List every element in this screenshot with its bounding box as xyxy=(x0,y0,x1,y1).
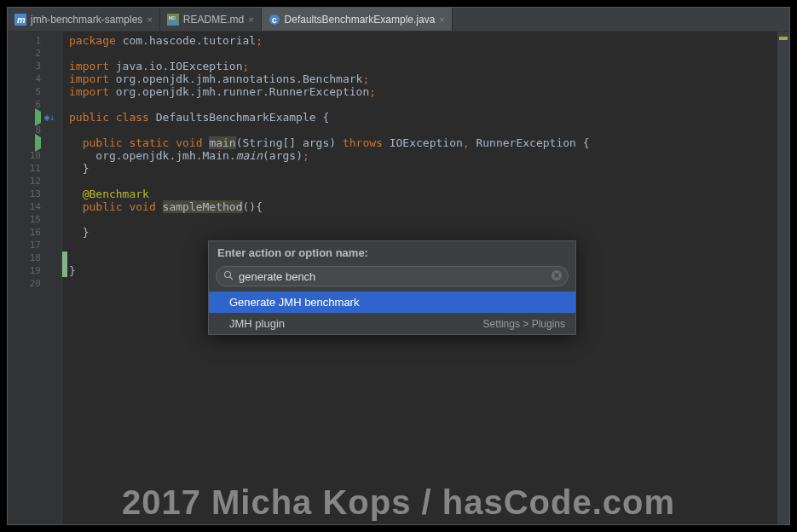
line-number: 20 xyxy=(22,277,41,290)
clear-icon[interactable] xyxy=(551,269,563,284)
tab-label: DefaultsBenchmarkExample.java xyxy=(285,14,436,26)
line-number: 14 xyxy=(22,200,41,213)
action-input-wrap[interactable] xyxy=(216,266,569,286)
editor-scrollbar[interactable] xyxy=(777,32,789,524)
java-class-icon: c xyxy=(269,14,280,26)
result-generate-jmh-benchmark[interactable]: Generate JMH benchmark xyxy=(209,292,575,313)
run-gutter-icon[interactable] xyxy=(35,136,41,149)
line-number: 19 xyxy=(22,264,41,277)
popup-title: Enter action or option name: xyxy=(209,241,575,263)
line-number: 10 xyxy=(22,149,41,162)
svg-point-7 xyxy=(225,271,231,277)
line-number: 18 xyxy=(22,252,41,264)
run-gutter-icon[interactable] xyxy=(35,111,41,124)
line-number: 16 xyxy=(22,226,41,239)
close-icon[interactable]: × xyxy=(439,14,444,25)
markdown-icon: MD xyxy=(167,14,179,26)
tab-defaults-benchmark-example[interactable]: c DefaultsBenchmarkExample.java × xyxy=(262,8,453,31)
action-results-list: Generate JMH benchmark JMH plugin Settin… xyxy=(209,292,575,334)
tab-bar: m jmh-benchmark-samples × MD README.md ×… xyxy=(8,8,789,32)
line-number: 13 xyxy=(22,188,41,200)
result-label: JMH plugin xyxy=(229,317,285,330)
svg-text:m: m xyxy=(17,14,26,25)
result-label: Generate JMH benchmark xyxy=(229,296,359,309)
tab-label: jmh-benchmark-samples xyxy=(31,14,142,26)
tab-readme[interactable]: MD README.md × xyxy=(160,8,262,31)
line-number: 12 xyxy=(22,175,41,188)
change-marker xyxy=(62,252,67,277)
search-icon xyxy=(223,270,234,283)
line-number: 4 xyxy=(22,72,41,85)
action-search-input[interactable] xyxy=(239,270,546,283)
tab-label: README.md xyxy=(183,14,244,26)
svg-line-8 xyxy=(230,277,233,280)
line-number: 5 xyxy=(22,85,41,98)
implements-gutter-icon[interactable]: ◉↓ xyxy=(44,111,55,124)
result-jmh-plugin[interactable]: JMH plugin Settings > Plugins xyxy=(209,313,575,334)
line-number: 2 xyxy=(22,47,41,60)
line-number: 15 xyxy=(22,213,41,226)
svg-text:MD: MD xyxy=(169,15,176,20)
line-number: 17 xyxy=(22,239,41,252)
result-hint: Settings > Plugins xyxy=(483,318,565,330)
line-number: 1 xyxy=(22,34,41,47)
svg-rect-3 xyxy=(169,20,177,25)
warning-stripe[interactable] xyxy=(779,37,788,40)
action-search-popup: Enter action or option name: Generate JM… xyxy=(208,240,576,335)
line-number: 3 xyxy=(22,60,41,72)
close-icon[interactable]: × xyxy=(147,14,152,25)
tab-jmh-benchmark-samples[interactable]: m jmh-benchmark-samples × xyxy=(8,8,160,31)
svg-text:c: c xyxy=(272,15,277,25)
maven-icon: m xyxy=(14,14,26,26)
close-icon[interactable]: × xyxy=(248,14,253,25)
gutter: 1 2 3 4 5 6 7◉↓ 8 9 10 11 12 13 14 15 16… xyxy=(8,32,62,524)
line-number: 11 xyxy=(22,162,41,175)
